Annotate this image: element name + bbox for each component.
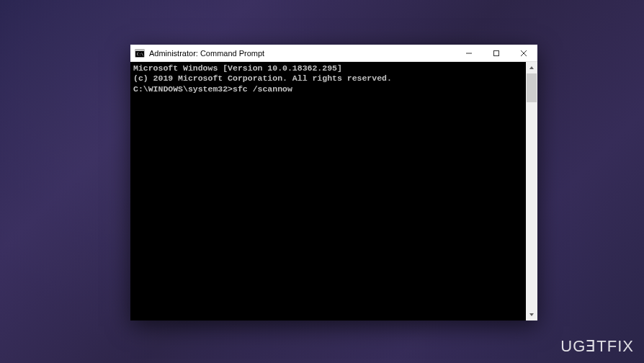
command-prompt-window: C:\ Administrator: Command Prompt Micros…	[130, 45, 537, 321]
scrollbar-thumb[interactable]	[527, 73, 537, 102]
svg-rect-1	[135, 49, 144, 50]
close-button[interactable]	[510, 45, 537, 61]
terminal-prompt-line: C:\WINDOWS\system32>sfc /scannow	[133, 84, 523, 94]
terminal-prompt: C:\WINDOWS\system32>	[133, 84, 233, 94]
scrollbar-up-arrow[interactable]	[526, 62, 537, 73]
terminal-line: Microsoft Windows [Version 10.0.18362.29…	[133, 63, 523, 73]
svg-text:C:\: C:\	[137, 51, 143, 55]
terminal-content[interactable]: Microsoft Windows [Version 10.0.18362.29…	[130, 62, 526, 321]
watermark-logo: UGƎTFIX	[560, 337, 634, 356]
scrollbar-down-arrow[interactable]	[526, 309, 537, 321]
terminal-line: (c) 2019 Microsoft Corporation. All righ…	[133, 73, 523, 84]
titlebar[interactable]: C:\ Administrator: Command Prompt	[130, 45, 537, 62]
vertical-scrollbar[interactable]	[526, 62, 537, 321]
window-title: Administrator: Command Prompt	[149, 49, 455, 58]
minimize-button[interactable]	[455, 45, 483, 61]
cmd-icon: C:\	[135, 48, 145, 58]
window-controls	[455, 45, 537, 61]
terminal-body: Microsoft Windows [Version 10.0.18362.29…	[130, 62, 537, 321]
terminal-command: sfc /scannow	[233, 84, 292, 94]
svg-rect-4	[494, 50, 499, 55]
maximize-button[interactable]	[483, 45, 510, 61]
